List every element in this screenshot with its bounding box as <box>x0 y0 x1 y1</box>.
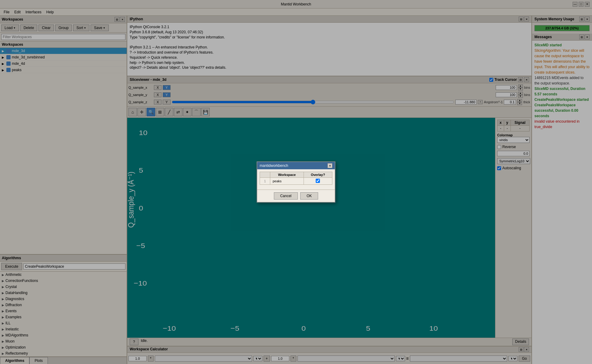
modal-content: Workspace Overlay? 1 peaks <box>257 169 335 190</box>
modal-overlay-checkbox[interactable] <box>316 179 320 183</box>
modal-table-row: 1 peaks <box>260 178 332 185</box>
modal-col-overlay: Overlay? <box>304 172 332 178</box>
modal-buttons: Cancel OK <box>257 190 335 202</box>
modal-workspace-name: peaks <box>270 178 304 185</box>
modal-title: mantidworkbench <box>260 164 288 168</box>
modal-overlay-cell <box>304 178 332 185</box>
modal-close-btn[interactable]: ✕ <box>328 163 332 168</box>
modal-dialog: mantidworkbench ✕ Workspace Overlay? 1 p… <box>257 161 335 203</box>
modal-col-workspace: Workspace <box>270 172 304 178</box>
modal-row-num: 1 <box>260 178 270 185</box>
modal-ok-btn[interactable]: OK <box>300 192 318 200</box>
modal-col-num <box>260 172 270 178</box>
modal-table: Workspace Overlay? 1 peaks <box>260 172 332 185</box>
modal-cancel-btn[interactable]: Cancel <box>274 192 298 200</box>
modal-overlay: mantidworkbench ✕ Workspace Overlay? 1 p… <box>0 0 592 364</box>
modal-titlebar: mantidworkbench ✕ <box>257 162 335 169</box>
